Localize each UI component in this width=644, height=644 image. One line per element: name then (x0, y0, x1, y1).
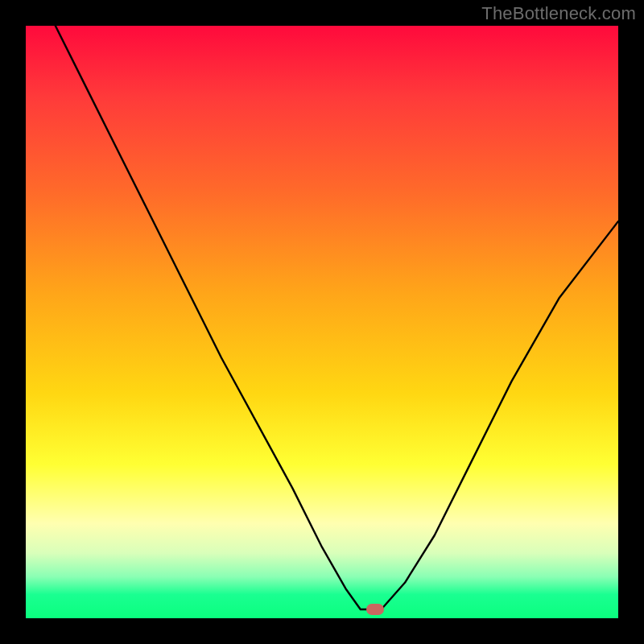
min-marker (366, 604, 384, 615)
curve-path (56, 26, 618, 609)
watermark-text: TheBottleneck.com (481, 3, 636, 24)
bottleneck-curve (26, 26, 618, 618)
plot-area (26, 26, 618, 618)
chart-frame: TheBottleneck.com (0, 0, 644, 644)
